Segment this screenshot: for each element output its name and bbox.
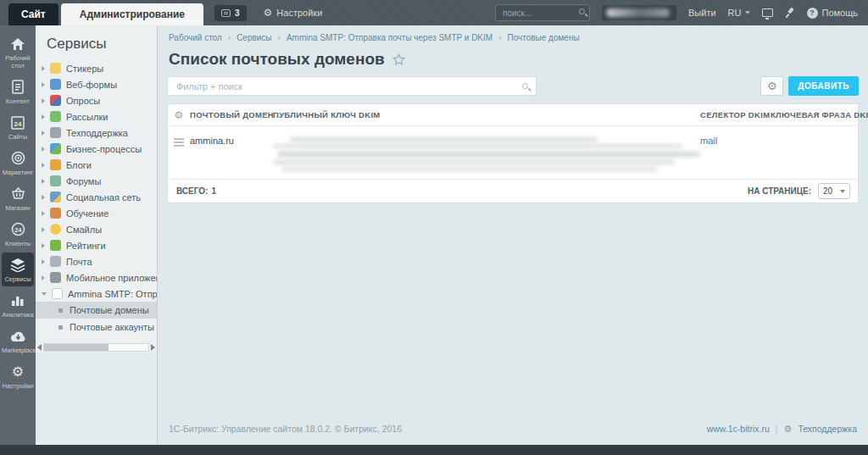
header-dkim-phrase[interactable]: КЛЮЧЕВАЯ ФРАЗА DKIM [771, 110, 858, 119]
pin-icon[interactable] [785, 8, 795, 18]
sidebar-item-settings[interactable]: Настройки [2, 359, 34, 393]
search-icon [522, 83, 528, 89]
chevron-right-icon [42, 243, 45, 248]
cell-domain[interactable]: ammina.ru [190, 136, 273, 146]
header-mail-domain[interactable]: ПОЧТОВЫЙ ДОМЕН [190, 110, 273, 119]
sidebar-item-marketing[interactable]: Маркетинг [2, 146, 34, 180]
gear-icon [264, 7, 273, 19]
user-name-blurred[interactable] [602, 5, 676, 20]
menu-horizontal-scrollbar [36, 341, 157, 352]
chevron-right-icon [42, 163, 45, 168]
services-menu-panel: Сервисы Стикеры Веб-формы Опросы Рассылк… [36, 25, 158, 445]
sidebar-item-sites[interactable]: 24 Сайты [2, 110, 34, 144]
scroll-left-icon[interactable] [37, 344, 42, 351]
desktop-icon[interactable] [762, 8, 773, 17]
menu-item-social[interactable]: Социальная сеть [36, 189, 157, 205]
breadcrumb-separator-icon [278, 33, 281, 42]
bitrix-site-link[interactable]: www.1c-bitrix.ru [707, 424, 770, 434]
mailing-icon [50, 111, 61, 122]
mail-icon [50, 256, 61, 267]
forum-icon [50, 175, 61, 186]
chevron-right-icon [42, 98, 45, 103]
sidebar-item-content[interactable]: Контент [2, 75, 34, 108]
sidebar-item-clients[interactable]: 24 Клиенты [2, 217, 34, 251]
menu-item-stickers[interactable]: Стикеры [36, 60, 157, 76]
breadcrumb-item-ammina-smtp[interactable]: Ammina SMTP: Отправка почты через SMTP и… [287, 33, 492, 42]
menu-sublist: Почтовые домены Почтовые аккаунты [36, 302, 157, 336]
per-page-select[interactable]: 20 [818, 183, 850, 199]
add-button[interactable]: ДОБАВИТЬ [788, 76, 859, 96]
workspace-tabs: Сайт Администрирование [8, 0, 203, 25]
layers-icon [10, 257, 26, 273]
menu-item-mailings[interactable]: Рассылки [36, 108, 157, 125]
webform-icon [50, 79, 61, 90]
topbar-search-input[interactable] [495, 4, 590, 21]
menu-subitem-mail-accounts[interactable]: Почтовые аккаунты [36, 319, 157, 336]
favorite-star-icon[interactable] [392, 53, 405, 65]
grid-settings-button[interactable] [760, 76, 783, 96]
menu-item-blogs[interactable]: Блоги [36, 157, 157, 173]
calendar-icon: 24 [10, 114, 26, 130]
target-icon [10, 150, 26, 166]
topbar-search [495, 4, 590, 22]
sidebar-item-desktop[interactable]: Рабочий стол [2, 31, 34, 73]
breadcrumb-separator-icon [228, 33, 231, 42]
header-public-key[interactable]: ПУБЛИЧНЫЙ КЛЮЧ DKIM [273, 110, 700, 119]
scroll-right-icon[interactable] [151, 344, 155, 351]
scrollbar-track[interactable] [43, 343, 149, 352]
help-label: Помощь [822, 8, 859, 18]
menu-item-ratings[interactable]: Рейтинги [36, 237, 157, 253]
chevron-right-icon [42, 179, 45, 184]
help-button[interactable]: Помощь [807, 8, 859, 19]
scrollbar-thumb[interactable] [44, 344, 108, 351]
menu-item-smileys[interactable]: Смайлы [36, 221, 157, 237]
page-title: Список почтовых доменов [169, 50, 385, 69]
menu-title: Сервисы [36, 25, 157, 60]
clients-circle-icon: 24 [10, 221, 26, 237]
top-bar: Сайт Администрирование 3 Настройки Выйти… [0, 0, 868, 25]
language-dropdown[interactable]: RU [728, 8, 750, 18]
bizproc-icon [50, 143, 61, 154]
breadcrumb-item-services[interactable]: Сервисы [236, 33, 271, 42]
support-link[interactable]: Техподдержка [798, 424, 857, 434]
menu-item-ammina-smtp[interactable]: Ammina SMTP: Отправка почты ч [36, 286, 157, 302]
sidebar-item-analytics[interactable]: Аналитика [2, 288, 34, 322]
menu-item-support[interactable]: Техподдержка [36, 125, 157, 141]
sidebar-item-store[interactable]: Магазин [2, 181, 34, 215]
menu-item-forums[interactable]: Форумы [36, 173, 157, 189]
help-icon [807, 8, 818, 19]
header-dkim-selector[interactable]: СЕЛЕКТОР DKIM [700, 110, 771, 119]
blog-icon [50, 159, 61, 170]
topbar-settings-button[interactable]: Настройки [264, 7, 323, 19]
breadcrumb-item-desktop[interactable]: Рабочий стол [169, 33, 222, 42]
logout-link[interactable]: Выйти [688, 8, 716, 18]
menu-item-bizproc[interactable]: Бизнес-процессы [36, 141, 157, 157]
menu-item-webforms[interactable]: Веб-формы [36, 76, 157, 92]
row-menu-icon[interactable] [168, 136, 190, 147]
chevron-down-icon [745, 11, 750, 14]
menu-item-learning[interactable]: Обучение [36, 205, 157, 221]
cell-dkim-selector[interactable]: mail [700, 136, 771, 146]
filter-search-box [167, 76, 537, 96]
chevron-right-icon [42, 195, 45, 200]
basket-icon [10, 186, 26, 202]
column-settings-icon[interactable] [174, 110, 183, 120]
filter-search-input[interactable] [168, 81, 536, 92]
menu-item-polls[interactable]: Опросы [36, 92, 157, 108]
main-content: Рабочий стол Сервисы Ammina SMTP: Отправ… [158, 25, 868, 445]
tab-site[interactable]: Сайт [8, 3, 58, 25]
tab-administration[interactable]: Администрирование [61, 3, 203, 25]
menu-subitem-mail-domains[interactable]: Почтовые домены [36, 302, 157, 319]
social-icon [50, 191, 61, 203]
support-icon [50, 127, 61, 138]
smtp-module-icon [52, 288, 63, 299]
menu-item-mail[interactable]: Почта [36, 253, 157, 269]
menu-item-mobile-app[interactable]: Мобильное приложение [36, 269, 157, 286]
breadcrumb-item-mail-domains[interactable]: Почтовые домены [507, 33, 579, 42]
sidebar-item-marketplace[interactable]: Marketplace [2, 324, 34, 358]
chevron-right-icon [42, 114, 45, 119]
notifications-button[interactable]: 3 [214, 5, 247, 21]
cell-public-key-blurred [273, 136, 700, 171]
sidebar-item-services[interactable]: Сервисы [2, 252, 34, 286]
chevron-right-icon [42, 227, 45, 232]
